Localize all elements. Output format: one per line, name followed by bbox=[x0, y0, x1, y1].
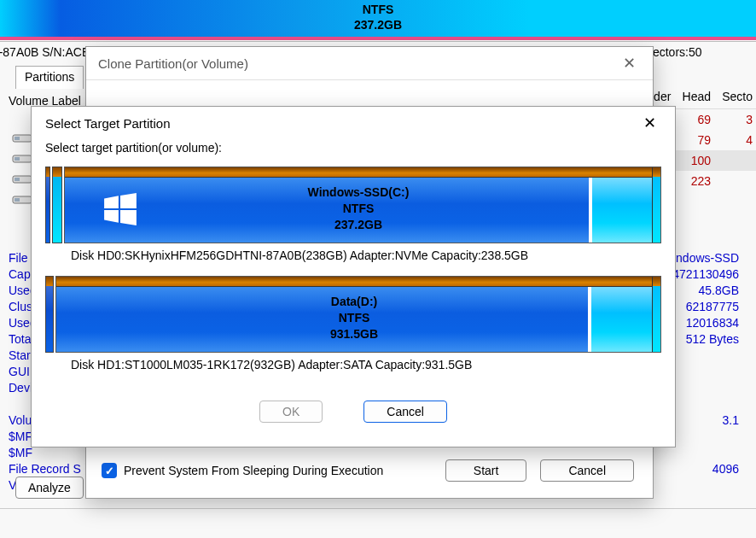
detail-label: Tota bbox=[9, 332, 31, 346]
detail-value: indows-SSD bbox=[673, 250, 739, 266]
detail-label: File Record S bbox=[9, 462, 81, 476]
partition-size: 931.5GB bbox=[56, 326, 652, 342]
partition-name: Windows-SSD(C:) bbox=[65, 184, 652, 201]
col-sector[interactable]: Secto bbox=[718, 85, 756, 108]
partition-fs: NTFS bbox=[65, 201, 652, 217]
top-band-size: 237.2GB bbox=[0, 17, 756, 32]
disk-icon-column bbox=[12, 127, 32, 209]
svg-marker-10 bbox=[104, 210, 119, 223]
cancel-button[interactable]: Cancel bbox=[540, 459, 634, 482]
detail-value: 12016834 bbox=[686, 315, 739, 331]
disk-icon bbox=[12, 193, 32, 205]
detail-label: Volu bbox=[9, 413, 32, 427]
detail-value: 45.8GB bbox=[699, 283, 739, 299]
detail-label: $MF bbox=[9, 430, 32, 443]
svg-rect-3 bbox=[15, 157, 20, 161]
start-button[interactable]: Start bbox=[445, 459, 527, 482]
ok-button[interactable]: OK bbox=[259, 401, 323, 423]
detail-value: 62187775 bbox=[686, 299, 739, 315]
partition-size: 237.2GB bbox=[65, 217, 652, 233]
partition-fs: NTFS bbox=[56, 310, 652, 326]
detail-value: 3.1 bbox=[723, 412, 739, 429]
svg-marker-11 bbox=[120, 210, 137, 225]
detail-value: 4721130496 bbox=[672, 266, 739, 283]
divider-pink bbox=[0, 37, 756, 40]
svg-rect-7 bbox=[15, 198, 20, 202]
partition-disk-desc: Disk HD1:ST1000LM035-1RK172(932GB) Adapt… bbox=[71, 358, 661, 371]
divider bbox=[0, 508, 756, 509]
tab-partitions[interactable]: Partitions bbox=[15, 66, 84, 89]
cancel-button[interactable]: Cancel bbox=[363, 401, 447, 423]
select-dialog-subtitle: Select target partition(or volume): bbox=[32, 137, 675, 158]
detail-label: $MF bbox=[9, 446, 32, 459]
detail-value: 4096 bbox=[712, 461, 739, 477]
partition-disk-desc: Disk HD0:SKHynixHFM256GDHTNI-87A0B(238GB… bbox=[71, 249, 661, 262]
disk-icon bbox=[12, 173, 32, 184]
svg-marker-8 bbox=[104, 196, 119, 208]
analyze-button[interactable]: Analyze bbox=[15, 477, 84, 499]
detail-value: 512 Bytes bbox=[686, 331, 739, 348]
select-target-dialog: Select Target Partition ✕ Select target … bbox=[31, 106, 676, 447]
close-icon[interactable]: ✕ bbox=[638, 115, 661, 131]
target-partition-option[interactable]: Data(D:)NTFS931.5GB bbox=[45, 276, 661, 353]
top-partition-band: NTFS 237.2GB bbox=[0, 0, 756, 37]
detail-label: Devi bbox=[9, 381, 32, 395]
disk-icon bbox=[12, 132, 32, 143]
select-dialog-title: Select Target Partition bbox=[45, 116, 170, 131]
prevent-sleep-checkbox[interactable] bbox=[102, 463, 117, 478]
windows-logo-icon bbox=[102, 191, 138, 227]
svg-rect-5 bbox=[15, 178, 20, 181]
col-head[interactable]: Head bbox=[678, 85, 718, 108]
clone-dialog-title: Clone Partition(or Volume) bbox=[98, 56, 248, 71]
disk-icon bbox=[12, 152, 32, 164]
top-band-fs: NTFS bbox=[0, 2, 756, 17]
target-partition-option[interactable]: Windows-SSD(C:)NTFS237.2GB bbox=[45, 167, 661, 243]
svg-marker-9 bbox=[120, 193, 137, 208]
close-icon[interactable]: ✕ bbox=[618, 56, 641, 71]
svg-rect-1 bbox=[15, 137, 20, 140]
prevent-sleep-label: Prevent System From Sleeping During Exec… bbox=[124, 464, 383, 477]
partition-name: Data(D:) bbox=[56, 294, 652, 310]
